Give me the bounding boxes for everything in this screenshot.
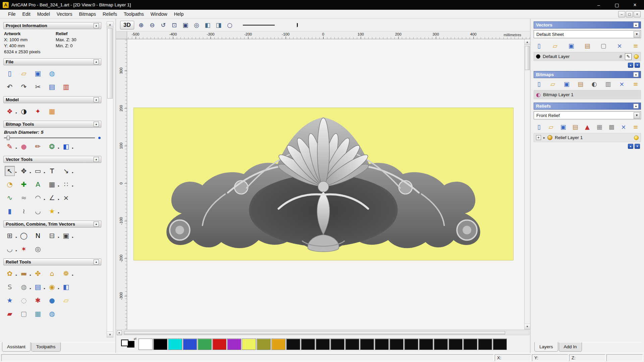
tab-assistant[interactable]: Assistant [2,342,31,352]
collapse-vector-tools-button[interactable]: ▲ [94,157,99,162]
save-vectors-icon[interactable]: ▣ [567,42,576,50]
menu-bitmaps[interactable]: Bitmaps [76,10,100,18]
tab-layers[interactable]: Layers [534,342,558,352]
create-rectangle-icon[interactable]: ▭▸ [33,166,43,176]
paste-along-curve-icon[interactable]: ▦▸ [47,179,57,189]
flyout-arrow-icon[interactable]: ▸ [58,146,59,149]
undo-icon[interactable]: ↶ [5,82,15,92]
close-button[interactable]: × [626,0,644,10]
horizontal-scrollbar[interactable]: ▸ [116,329,530,336]
chevron-down-icon[interactable]: ▼ [634,31,640,38]
palette-colour-5[interactable] [212,339,226,350]
palette-colour-23[interactable] [478,339,492,350]
tab-toolpaths[interactable]: Toolpaths [31,343,61,352]
spiral-tool-icon[interactable]: ◎ [33,244,43,254]
palette-colour-10[interactable] [286,339,300,350]
delete-vector-layer-icon[interactable]: × [615,42,624,50]
palette-colour-15[interactable] [360,339,374,350]
fan-relief-icon[interactable]: ✤ [33,268,43,279]
collapse-file-button[interactable]: ▲ [94,59,99,64]
ornament-relief-icon[interactable]: ❁▸ [61,268,71,279]
maximize-button[interactable]: ▢ [608,0,626,10]
palette-colour-6[interactable] [227,339,241,350]
blob-relief-icon[interactable]: ◍ [47,309,57,319]
combine-bitmap-icon[interactable]: ▥ [604,80,612,88]
export-model-icon[interactable]: ◍ [47,68,57,78]
palette-colour-22[interactable] [463,339,477,350]
nesting-icon[interactable]: N [33,231,43,241]
vertical-scrollbar[interactable]: ▲ ▼ [524,39,530,329]
palette-colour-13[interactable] [330,339,344,350]
palette-colour-24[interactable] [493,339,507,350]
relief-selector[interactable]: Front Relief ▼ [534,111,641,119]
menu-edit[interactable]: Edit [19,10,34,18]
flyout-arrow-icon[interactable]: ▸ [58,236,59,239]
copy-icon[interactable]: ▤ [47,82,57,92]
trim-curve-icon[interactable]: × [61,193,71,203]
delete-relief-layer-icon[interactable]: × [619,123,628,131]
calculate-relief-icon[interactable]: ▲ [583,123,592,131]
merge-relief-layers-icon[interactable]: ≡ [631,123,640,131]
layer-colour-swatch[interactable] [536,54,540,59]
cut-icon[interactable]: ✂ [33,82,43,92]
polyline-icon[interactable]: ∠▸ [47,193,57,203]
scroll-up-icon[interactable]: ▲ [525,39,530,45]
pan-left-icon[interactable]: ◧ [203,21,212,29]
relief-library-icon[interactable]: ✿▸ [5,268,15,279]
palette-colour-3[interactable] [183,339,197,350]
pick-colour-icon[interactable]: ✏ [33,141,43,152]
minimize-button[interactable]: – [590,0,608,10]
select-vectors-icon[interactable]: ↖▸ [5,166,15,176]
create-cylinder-icon[interactable]: ▮ [5,206,15,216]
smooth-relief-icon[interactable]: ▬▸ [19,268,29,279]
create-text-icon[interactable]: T [47,166,57,176]
swap-colours-icon[interactable]: ⇄ [134,337,137,341]
scroll-up-icon[interactable]: ▲ [107,22,113,27]
flood-fill-icon[interactable]: ◧▸ [61,141,71,152]
fan-red-relief-icon[interactable]: ✱ [33,295,43,305]
line-width-handle[interactable] [297,23,298,27]
offset-vectors-icon[interactable]: ◡▸ [5,244,15,254]
zoom-out-icon[interactable]: ⊖ [148,21,157,29]
zoom-page-icon[interactable]: ▣ [181,21,190,29]
collapse-project-information-button[interactable]: ▲ [94,23,99,28]
turned-relief-icon[interactable]: ⌂ [47,268,57,279]
menu-reliefs[interactable]: Reliefs [99,10,120,18]
open-vectors-icon[interactable]: ▱ [551,42,559,50]
paste-icon[interactable]: ▥ [61,82,71,92]
flyout-arrow-icon[interactable]: ▸ [44,287,45,290]
move-layer-up-button[interactable]: ▲ [628,144,633,149]
save-relief-icon[interactable]: ▣ [559,123,568,131]
create-polygon-icon[interactable]: ✚ [19,179,29,189]
cube-relief-icon[interactable]: ▢ [19,309,29,319]
relief-layer-row[interactable]: + ▸ Relief Layer 1 [534,133,641,142]
scrollbar-thumb[interactable] [107,28,113,99]
colour-palette-icon[interactable]: ❂▸ [47,141,57,152]
freehand-curve-icon[interactable]: ∿ [5,193,15,203]
palette-colour-16[interactable] [375,339,389,350]
new-model-icon[interactable]: ▯ [5,68,15,78]
palette-colour-19[interactable] [419,339,433,350]
assistant-scrollbar[interactable]: ▲ ▼ [107,21,113,338]
flyout-arrow-icon[interactable]: ▸ [30,274,31,277]
new-vector-sheet-icon[interactable]: ▯ [535,42,543,50]
flyout-arrow-icon[interactable]: ▸ [72,171,73,174]
palette-colour-2[interactable] [168,339,182,350]
collapse-bitmaps-button[interactable]: ▲ [633,72,639,77]
flyout-arrow-icon[interactable]: ▸ [16,146,17,149]
palette-colour-1[interactable] [153,339,167,350]
horizontal-scroll-track[interactable] [123,330,529,335]
open-relief-icon[interactable]: ▱ [547,123,555,131]
flyout-arrow-icon[interactable]: ▸ [72,236,73,239]
create-arc-icon[interactable]: ◡ [33,206,43,216]
new-relief-layer-icon[interactable]: ▯ [535,123,543,131]
flyout-arrow-icon[interactable]: ▸ [16,111,17,114]
flyout-arrow-icon[interactable]: ▸ [44,198,45,201]
flyout-arrow-icon[interactable]: ▸ [44,171,45,174]
chevron-down-icon[interactable]: ▼ [634,112,640,119]
zoom-in-icon[interactable]: ⊕ [137,21,146,29]
swirl-relief-icon[interactable]: ◌ [19,295,29,305]
merge-bitmap-layers-icon[interactable]: ≡ [631,80,640,88]
flyout-arrow-icon[interactable]: ▸ [58,184,59,187]
flyout-arrow-icon[interactable]: ▸ [72,274,73,277]
